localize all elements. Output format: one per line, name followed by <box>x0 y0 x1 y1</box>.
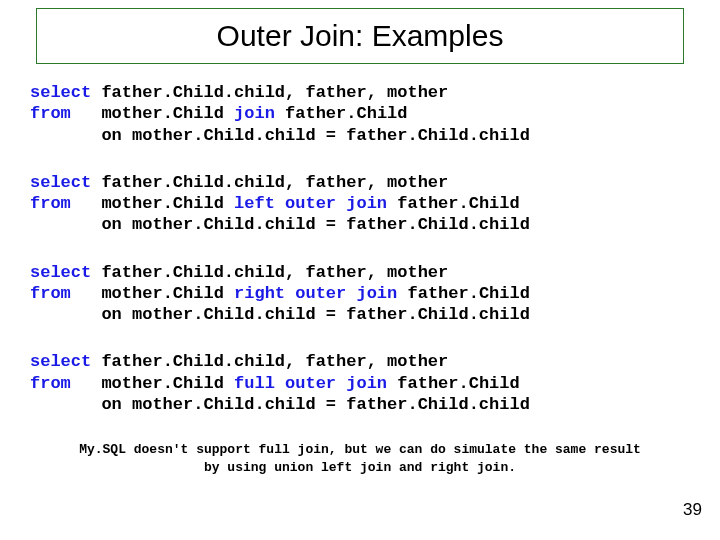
keyword-from: from <box>30 104 71 123</box>
keyword-full-outer-join: full outer join <box>234 374 387 393</box>
keyword-select: select <box>30 352 91 371</box>
code-block-4: select father.Child.child, father, mothe… <box>16 351 704 415</box>
page-title: Outer Join: Examples <box>57 19 663 53</box>
code-text: father.Child <box>387 194 520 213</box>
keyword-join: join <box>234 104 275 123</box>
code-block-2: select father.Child.child, father, mothe… <box>16 172 704 236</box>
code-block-1: select father.Child.child, father, mothe… <box>16 82 704 146</box>
keyword-from: from <box>30 194 71 213</box>
code-block-3: select father.Child.child, father, mothe… <box>16 262 704 326</box>
code-text: father.Child.child, father, mother <box>91 83 448 102</box>
keyword-select: select <box>30 83 91 102</box>
code-text: on mother.Child.child = father.Child.chi… <box>30 305 530 324</box>
keyword-select: select <box>30 173 91 192</box>
keyword-select: select <box>30 263 91 282</box>
code-text: on mother.Child.child = father.Child.chi… <box>30 215 530 234</box>
code-text: father.Child <box>387 374 520 393</box>
code-text: father.Child.child, father, mother <box>91 263 448 282</box>
code-text: mother.Child <box>71 284 234 303</box>
code-text: on mother.Child.child = father.Child.chi… <box>30 126 530 145</box>
code-text: father.Child.child, father, mother <box>91 173 448 192</box>
code-text: father.Child <box>397 284 530 303</box>
keyword-from: from <box>30 374 71 393</box>
code-text: on mother.Child.child = father.Child.chi… <box>30 395 530 414</box>
page-number: 39 <box>683 500 702 520</box>
code-text: mother.Child <box>71 104 234 123</box>
keyword-right-outer-join: right outer join <box>234 284 397 303</box>
code-text: mother.Child <box>71 374 234 393</box>
title-box: Outer Join: Examples <box>36 8 684 64</box>
footnote: My.SQL doesn't support full join, but we… <box>16 441 704 476</box>
code-text: father.Child.child, father, mother <box>91 352 448 371</box>
code-text: mother.Child <box>71 194 234 213</box>
keyword-left-outer-join: left outer join <box>234 194 387 213</box>
code-text: father.Child <box>275 104 408 123</box>
keyword-from: from <box>30 284 71 303</box>
